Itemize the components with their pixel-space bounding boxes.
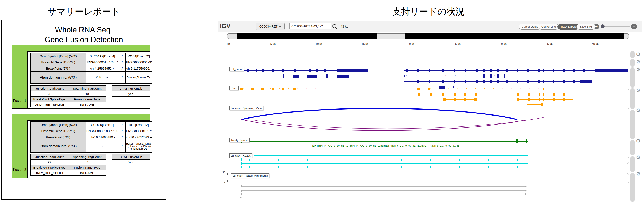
track-settings-gear-icon[interactable]: ⚙: [636, 155, 640, 160]
track-scrollbar[interactable]: [626, 89, 629, 109]
exon-box: [240, 87, 242, 90]
toolbar-button-save-svg[interactable]: Save SVG: [576, 24, 596, 30]
track-label-trinity_fusion[interactable]: Trinity_Fusion: [229, 138, 250, 142]
feature-tick: [329, 163, 329, 164]
ruler-tick: [250, 48, 250, 50]
feature-tick: [445, 166, 445, 168]
feature-tick: [336, 155, 336, 156]
track-settings-gear-icon[interactable]: ⚙: [636, 171, 640, 177]
track-settings-gear-icon[interactable]: ⚙: [636, 88, 640, 93]
feature-tick: [496, 166, 496, 168]
strand-arrow-icon: ›: [243, 88, 244, 90]
track-drag-handle[interactable]: [630, 140, 634, 155]
toolbar-button-track-labels[interactable]: Track Labels: [558, 24, 579, 30]
track-settings-gear-icon[interactable]: ⚙: [636, 138, 640, 144]
feature-tick: [322, 159, 322, 161]
feature-tick: [480, 155, 480, 156]
track-settings-gear-icon[interactable]: ⚙: [636, 67, 640, 72]
exon-box: [483, 74, 484, 78]
strand-arrow-icon: ›: [514, 69, 514, 71]
feature-line: [417, 89, 553, 89]
toolbar-button-center-line[interactable]: Center Line: [538, 24, 559, 30]
feature-tick: [314, 155, 314, 156]
feature-tick: [430, 155, 430, 156]
boundary-line: [528, 170, 528, 200]
track-drag-handle[interactable]: [630, 51, 634, 58]
track-label-junction_reads_alignments[interactable]: Junction_Reads_Alignments: [231, 173, 269, 178]
feature-line: [444, 99, 477, 99]
exon-box: [294, 69, 296, 72]
igv-track-canvas[interactable]: ››››››››››››››››››››››››››››››››››››››››…: [0, 0, 644, 202]
feature-tick: [438, 159, 438, 161]
feature-tick: [496, 159, 496, 161]
exon-box: [563, 80, 565, 83]
feature-tick: [502, 155, 502, 156]
feature-tick: [322, 163, 322, 164]
strand-arrow-icon: ›: [336, 140, 337, 142]
strand-arrow-icon: ›: [570, 98, 571, 100]
track-label-junction_reads[interactable]: Junction_Reads: [229, 153, 252, 158]
ruler-tick: [480, 48, 480, 50]
feature-line: [444, 87, 454, 87]
feature-tick: [516, 155, 517, 156]
track-drag-handle[interactable]: [630, 110, 634, 139]
strand-arrow-icon: ›: [430, 88, 431, 90]
feature-tick: [430, 159, 431, 161]
strand-arrow-icon: ›: [446, 93, 446, 95]
toolbar-button-cursor-guide[interactable]: Cursor Guide: [519, 24, 541, 30]
exon-box: [517, 98, 519, 101]
feature-tick: [524, 155, 524, 156]
track-scrollbar[interactable]: [626, 173, 629, 183]
track-label-junction_spanning_view[interactable]: Junction_Spanning_View: [229, 106, 264, 110]
strand-arrow-icon: ›: [482, 140, 483, 142]
exon-box: [444, 98, 446, 101]
track-scrollbar[interactable]: [626, 157, 629, 164]
exon-box: [262, 87, 264, 90]
track-drag-handle[interactable]: [630, 156, 634, 172]
exon-box: [573, 98, 573, 100]
feature-tick: [299, 155, 300, 156]
read-arrow-icon: [525, 193, 526, 195]
feature-tick: [452, 163, 452, 164]
feature-tick: [306, 155, 307, 156]
track-drag-handle[interactable]: [630, 88, 634, 109]
strand-arrow-icon: ›: [254, 69, 255, 71]
feature-tick: [481, 159, 482, 161]
read-alignment: [242, 186, 525, 187]
track-settings-gear-icon[interactable]: ⚙: [636, 108, 640, 113]
track-settings-gear-icon[interactable]: ⚙: [636, 51, 640, 57]
ruler-tick: [342, 48, 342, 50]
track-drag-handle[interactable]: [630, 173, 634, 201]
feature-tick: [372, 163, 373, 164]
feature-tick: [271, 166, 271, 168]
track-label-ref_annot[interactable]: ref_annot: [229, 67, 244, 71]
exon-box: [552, 88, 553, 90]
track-label-pfam[interactable]: Pfam: [229, 86, 239, 90]
feature-tick: [242, 159, 242, 161]
track-settings-gear-icon[interactable]: ⚙: [636, 59, 640, 64]
strand-arrow-icon: ›: [493, 88, 494, 90]
feature-tick: [387, 163, 387, 164]
feature-tick: [430, 163, 431, 164]
strand-arrow-icon: ›: [519, 93, 520, 95]
feature-tick: [402, 166, 402, 168]
feature-tick: [423, 159, 424, 161]
exon-box: [563, 69, 565, 72]
feature-tick: [488, 166, 489, 168]
track-drag-handle[interactable]: [630, 67, 634, 87]
feature-tick: [444, 155, 444, 156]
strand-arrow-icon: ›: [390, 140, 390, 142]
strand-arrow-icon: ›: [445, 69, 446, 71]
strand-arrow-icon: ›: [406, 75, 407, 77]
exon-box: [563, 93, 565, 96]
track-drag-handle[interactable]: [630, 59, 634, 67]
ruler-tick: [434, 48, 434, 50]
exon-box: [474, 98, 477, 101]
strand-arrow-icon: ›: [344, 140, 344, 142]
strand-arrow-icon: ›: [284, 69, 284, 71]
ruler-label: 35 kb: [546, 42, 552, 45]
exon-box: [490, 74, 492, 78]
strand-arrow-icon: ›: [444, 140, 444, 142]
ruler-label: 20 kb: [408, 42, 414, 45]
exon-box: [573, 93, 573, 95]
